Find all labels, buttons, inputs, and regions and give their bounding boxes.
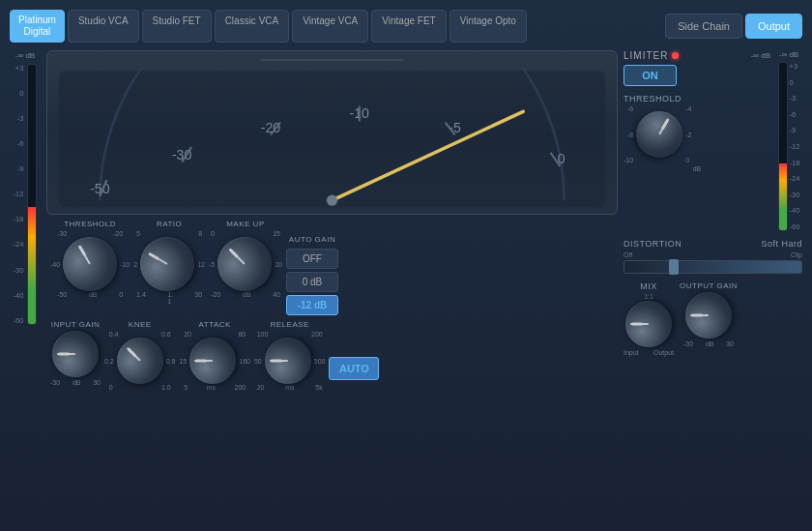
mix-output-section: MIX 1:1 Input Output OUTPUT GAIN <box>624 281 802 356</box>
preset-studio-fet[interactable]: Studio FET <box>142 10 212 43</box>
meter-display: Meter Graph -50 -30 -20 -10 <box>46 50 618 215</box>
knee-scale-bottom: 01.0 <box>109 384 171 391</box>
side-chain-group: Side Chain Output <box>665 14 802 39</box>
input-gain-control: INPUT GAIN -30dB30 <box>50 320 101 386</box>
output-button[interactable]: Output <box>745 14 802 39</box>
auto-gain-off-btn[interactable]: OFF <box>286 249 338 269</box>
limiter-title-group: LIMITER <box>624 50 679 61</box>
threshold-knob-row: -40 -10 <box>50 237 130 291</box>
release-scale-bottom: 20ms5k <box>257 384 323 391</box>
svg-text:-30: -30 <box>172 147 192 162</box>
meter-toggle-btn[interactable]: Meter <box>261 60 331 61</box>
attack-scale-top: 2080 <box>184 331 246 338</box>
ratio-knob-row: 2 12 <box>133 237 205 291</box>
graph-toggle-btn[interactable]: Graph <box>331 60 403 61</box>
attack-label: ATTACK <box>199 320 231 329</box>
ratio-scale-bottom: 1.41:30 <box>136 291 202 298</box>
limiter-led <box>672 52 679 59</box>
distortion-handle[interactable] <box>669 259 679 275</box>
svg-rect-0 <box>59 71 605 207</box>
threshold-scale-bottom: -50dB0 <box>57 291 123 298</box>
auto-gain-control: AUTO GAIN OFF 0 dB -12 dB <box>286 235 338 315</box>
bottom-knobs-row: INPUT GAIN -30dB30 KNEE 0.40.6 0.2 <box>46 320 618 391</box>
preset-vintage-fet[interactable]: Vintage FET <box>371 10 446 43</box>
makeup-knob-row: -5 20 <box>209 237 282 291</box>
mix-scale: Input Output <box>624 349 674 356</box>
limiter-db-label: -∞ dB <box>751 51 770 60</box>
distortion-slider[interactable] <box>624 260 802 274</box>
preset-studio-vca[interactable]: Studio VCA <box>68 10 139 43</box>
release-knob[interactable] <box>265 338 311 384</box>
preset-vintage-opto[interactable]: Vintage Opto <box>450 10 527 43</box>
panels-container: -∞ dB +30-3-6-9-12-18-24-30-40-60 Meter … <box>10 50 802 524</box>
preset-platinum-digital[interactable]: Platinum Digital <box>10 10 65 43</box>
input-gain-knob[interactable] <box>52 331 99 377</box>
auto-gain-0db-btn[interactable]: 0 dB <box>286 272 338 292</box>
threshold-db-unit: dB <box>624 165 770 172</box>
threshold-knob[interactable] <box>53 227 127 301</box>
limiter-on-button[interactable]: ON <box>624 65 677 86</box>
limiter-controls: LIMITER -∞ dB ON THRESHOLD -6-8-10 <box>624 50 770 231</box>
distortion-title: DISTORTION <box>624 239 682 249</box>
threshold-scale-left: -6-8-10 <box>624 105 633 163</box>
side-chain-button[interactable]: Side Chain <box>665 14 742 39</box>
center-area: Meter Graph -50 -30 -20 -10 <box>46 50 618 524</box>
mix-ratio-label: 1:1 <box>644 293 653 300</box>
right-db-label: -∞ dB <box>779 50 798 59</box>
auto-release-control: AUTO <box>329 357 379 380</box>
right-vu-panel: -∞ dB +30-3-6-9-12-18-24-30-40-60 <box>775 50 802 231</box>
auto-gain-12db-btn[interactable]: -12 dB <box>286 295 338 315</box>
preset-tabs: Platinum Digital Studio VCA Studio FET C… <box>10 10 527 43</box>
left-db-label: -∞ dB <box>15 52 35 61</box>
mix-title: MIX <box>640 281 657 291</box>
output-gain-title: OUTPUT GAIN <box>680 281 738 290</box>
ratio-bottom-val: 1 <box>167 298 171 305</box>
makeup-control: MAKE UP 015 -5 20 -20dB40 <box>209 220 282 298</box>
top-bar: Platinum Digital Studio VCA Studio FET C… <box>10 10 802 43</box>
distortion-labels: Off Clip <box>624 251 802 258</box>
threshold-right-section: THRESHOLD -6-8-10 -4-20 <box>624 94 770 172</box>
threshold-knob-area: -6-8-10 -4-20 <box>624 105 770 163</box>
output-gain-knob[interactable] <box>685 292 732 339</box>
left-scale: +30-3-6-9-12-18-24-30-40-60 <box>14 64 26 325</box>
mix-knob[interactable] <box>625 301 672 347</box>
right-meter-fill <box>779 163 787 230</box>
svg-text:-5: -5 <box>449 120 461 135</box>
output-gain-control: OUTPUT GAIN -30dB30 <box>680 281 738 347</box>
input-gain-scale: -30dB30 <box>50 379 101 386</box>
left-vu-panel: -∞ dB +30-3-6-9-12-18-24-30-40-60 <box>10 50 41 524</box>
main-knobs-row: THRESHOLD -30-20 -40 -10 -50dB0 <box>46 220 618 315</box>
ratio-knob[interactable] <box>130 227 204 301</box>
threshold-scale-right: -4-20 <box>685 105 691 163</box>
knee-control: KNEE 0.40.6 0.2 0.8 01.0 <box>104 320 175 391</box>
preset-vintage-vca[interactable]: Vintage VCA <box>292 10 368 43</box>
auto-gain-label: AUTO GAIN <box>289 235 335 244</box>
output-gain-scale: -30dB30 <box>683 340 734 347</box>
left-meter-bar <box>27 64 37 325</box>
knee-label: KNEE <box>129 320 152 329</box>
attack-knob[interactable] <box>189 338 236 384</box>
limiter-title: LIMITER <box>624 50 668 61</box>
makeup-scale-bottom: -20dB40 <box>211 291 280 298</box>
right-top: LIMITER -∞ dB ON THRESHOLD -6-8-10 <box>624 50 802 231</box>
knee-knob-row: 0.2 0.8 <box>104 338 175 384</box>
right-scale: +30-3-6-9-12-18-24-30-40-60 <box>790 62 800 231</box>
vu-arc-svg: -50 -30 -20 -10 -5 0 <box>59 69 605 209</box>
threshold-label: THRESHOLD <box>64 220 116 228</box>
distortion-soft-hard: Soft Hard <box>761 239 802 249</box>
threshold-right-title: THRESHOLD <box>624 94 770 103</box>
auto-release-btn[interactable]: AUTO <box>329 357 379 380</box>
mix-control: MIX 1:1 Input Output <box>624 281 674 356</box>
left-meter-fill <box>28 207 36 324</box>
ratio-control: RATIO 58 2 12 1.41:30 1 <box>133 220 205 305</box>
release-label: RELEASE <box>270 320 308 329</box>
preset-classic-vca[interactable]: Classic VCA <box>215 10 290 43</box>
threshold-right-knob[interactable] <box>627 103 691 166</box>
release-control: RELEASE 100200 50 500 20ms5k <box>254 320 325 391</box>
right-meter-area: +30-3-6-9-12-18-24-30-40-60 <box>778 62 800 231</box>
release-knob-row: 50 500 <box>254 338 325 384</box>
svg-point-14 <box>327 195 337 206</box>
right-meter-bar <box>778 62 788 231</box>
attack-control: ATTACK 2080 15 160 5ms200 <box>179 320 249 391</box>
distortion-section: DISTORTION Soft Hard Off Clip <box>624 239 802 274</box>
